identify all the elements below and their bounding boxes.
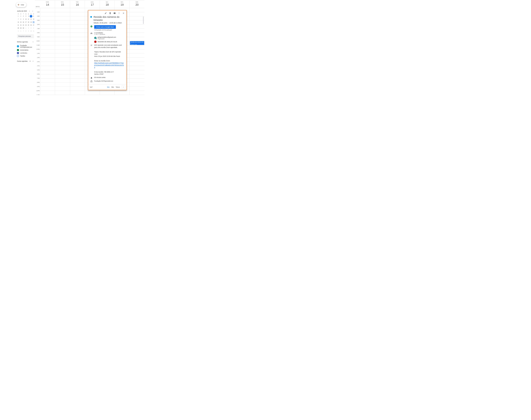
- mini-cal-day[interactable]: 19: [30, 21, 32, 23]
- mini-cal-day[interactable]: 5: [30, 15, 32, 17]
- rsvp-no[interactable]: Não: [111, 86, 114, 88]
- my-calendars-section: Minhas agendas Fundação GCFAprendeLivreA…: [17, 41, 34, 58]
- mini-cal-day[interactable]: 14: [17, 21, 19, 23]
- prev-month-button[interactable]: ‹: [28, 10, 31, 12]
- scrollbar-thumb[interactable]: [143, 16, 144, 24]
- mini-cal-day[interactable]: 23: [22, 24, 25, 27]
- people-icon: [90, 32, 92, 34]
- other-calendars-header[interactable]: Outras agendas: [17, 60, 34, 62]
- mini-cal-day[interactable]: 25: [27, 24, 30, 27]
- event-datetime: Sábado, 20 de junho ⋅ 10:00 até 11:00am: [94, 22, 124, 24]
- calendar-label: Lembretes: [20, 52, 27, 54]
- mini-cal-day[interactable]: 8: [19, 18, 22, 20]
- mini-cal-day[interactable]: 26: [30, 24, 32, 27]
- mini-cal-day[interactable]: 6: [19, 30, 22, 32]
- mini-cal-day[interactable]: 3: [25, 15, 27, 17]
- mini-cal-day[interactable]: 9: [22, 18, 25, 20]
- checkbox[interactable]: [17, 52, 19, 54]
- day-header[interactable]: SEG.15: [55, 0, 70, 8]
- mini-cal-day[interactable]: 10: [25, 18, 27, 20]
- mini-cal-day[interactable]: 9: [27, 30, 30, 32]
- mini-cal-day[interactable]: 5: [17, 30, 19, 32]
- day-header[interactable]: DOM.14: [40, 0, 55, 8]
- mini-cal-day[interactable]: 11: [32, 30, 35, 32]
- meet-link[interactable]: meet.google.com/nxa-gwtg-gzd: [94, 29, 124, 31]
- mini-cal-day[interactable]: 28: [17, 27, 19, 30]
- scrollbar-track[interactable]: [143, 8, 144, 94]
- search-placeholder: Pesquisar pessoas: [18, 35, 31, 37]
- day-column[interactable]: Revisão dos números do t10 até 11am: [130, 8, 145, 95]
- mini-cal-day[interactable]: 7: [17, 18, 19, 20]
- calendar-toggle[interactable]: Tarefas: [17, 55, 34, 58]
- mini-cal-day[interactable]: 10: [30, 30, 32, 32]
- event-title: Revisão dos números do trimestre: [94, 15, 124, 22]
- chevron-up-icon: [32, 60, 34, 62]
- calendar-event[interactable]: Revisão dos números do t10 até 11am: [130, 41, 144, 45]
- mini-cal-day[interactable]: 27: [32, 24, 35, 27]
- mini-cal-day[interactable]: 3: [30, 27, 32, 30]
- checkbox[interactable]: [17, 45, 19, 47]
- close-button[interactable]: [122, 11, 125, 15]
- mini-cal-day[interactable]: 1: [25, 27, 27, 30]
- guest-2[interactable]: ROSANE DE ARAUJO SILVA: [88, 40, 127, 44]
- guest-1[interactable]: gcfaprendelivre@gmail.com Organizador: [88, 36, 127, 40]
- day-column[interactable]: [70, 8, 85, 95]
- mini-cal-day[interactable]: 12: [30, 18, 32, 20]
- plus-icon[interactable]: [29, 60, 31, 62]
- calendar-toggle[interactable]: Aniversários: [17, 48, 34, 52]
- mini-cal-day[interactable]: 30: [22, 27, 25, 30]
- next-month-button[interactable]: ›: [31, 10, 34, 12]
- create-button[interactable]: Criar: [16, 2, 26, 7]
- day-header[interactable]: QUI.18: [100, 0, 115, 8]
- mini-cal-day[interactable]: 22: [19, 24, 22, 27]
- day-column[interactable]: [55, 8, 70, 95]
- day-header[interactable]: SÁB.20: [130, 0, 145, 8]
- mini-cal-day[interactable]: 20: [32, 21, 35, 23]
- description-icon: [90, 44, 92, 46]
- day-column[interactable]: [40, 8, 55, 95]
- join-meet-button[interactable]: Entrar com o Google Meet: [94, 25, 116, 29]
- mini-cal-day[interactable]: 17: [25, 21, 27, 23]
- mini-cal-day[interactable]: 4: [27, 15, 30, 17]
- day-header[interactable]: SEX.19: [115, 0, 130, 8]
- mini-cal-day[interactable]: 7: [22, 30, 25, 32]
- email-button[interactable]: [113, 11, 117, 15]
- mini-cal-day[interactable]: 4: [32, 27, 35, 30]
- mini-cal-day[interactable]: 6: [32, 15, 35, 17]
- mini-cal-day[interactable]: 16: [22, 21, 25, 23]
- mini-cal-day[interactable]: 15: [19, 21, 22, 23]
- mini-cal-day[interactable]: 21: [17, 24, 19, 27]
- search-people-input[interactable]: Pesquisar pessoas: [17, 34, 34, 38]
- time-label: 7 PM: [35, 78, 40, 82]
- mini-cal-day[interactable]: 2: [27, 27, 30, 30]
- rsvp-expand-button[interactable]: [122, 85, 125, 89]
- calendar-toggle[interactable]: Lembretes: [17, 52, 34, 55]
- mini-cal-day[interactable]: 2: [22, 15, 25, 17]
- trash-icon: [109, 12, 111, 14]
- mini-cal-day[interactable]: 29: [19, 27, 22, 30]
- day-header[interactable]: TER.16: [70, 0, 85, 8]
- mini-cal-day[interactable]: 24: [25, 24, 27, 27]
- my-calendars-header[interactable]: Minhas agendas: [17, 41, 34, 43]
- delete-button[interactable]: [108, 11, 112, 15]
- time-label: 5 PM: [35, 70, 40, 74]
- checkbox[interactable]: [17, 55, 19, 57]
- mini-cal-day[interactable]: 1: [19, 15, 22, 17]
- checkbox[interactable]: [17, 49, 19, 51]
- calendar-label: Tarefas: [20, 55, 25, 57]
- options-button[interactable]: [117, 11, 121, 15]
- edit-button[interactable]: [104, 11, 108, 15]
- day-header[interactable]: QUA.17: [85, 0, 100, 8]
- calendar-icon: [90, 80, 92, 83]
- zoom-link[interactable]: https://us04web.zoom.us/j/78938562177?pw…: [94, 62, 124, 68]
- rsvp-yes[interactable]: Sim: [107, 86, 110, 88]
- mini-cal-day[interactable]: 18: [27, 21, 30, 23]
- rsvp-question: Vai?: [90, 86, 93, 88]
- mini-cal-day[interactable]: 31: [17, 15, 19, 17]
- time-label: 10 PM: [35, 90, 40, 94]
- mini-cal-day[interactable]: 8: [25, 30, 27, 32]
- mini-cal-day[interactable]: 11: [27, 18, 30, 20]
- mini-cal-day[interactable]: 13: [32, 18, 35, 20]
- rsvp-maybe[interactable]: Talvez: [116, 86, 120, 88]
- calendar-toggle[interactable]: Fundação GCFAprendeLivre: [17, 44, 34, 48]
